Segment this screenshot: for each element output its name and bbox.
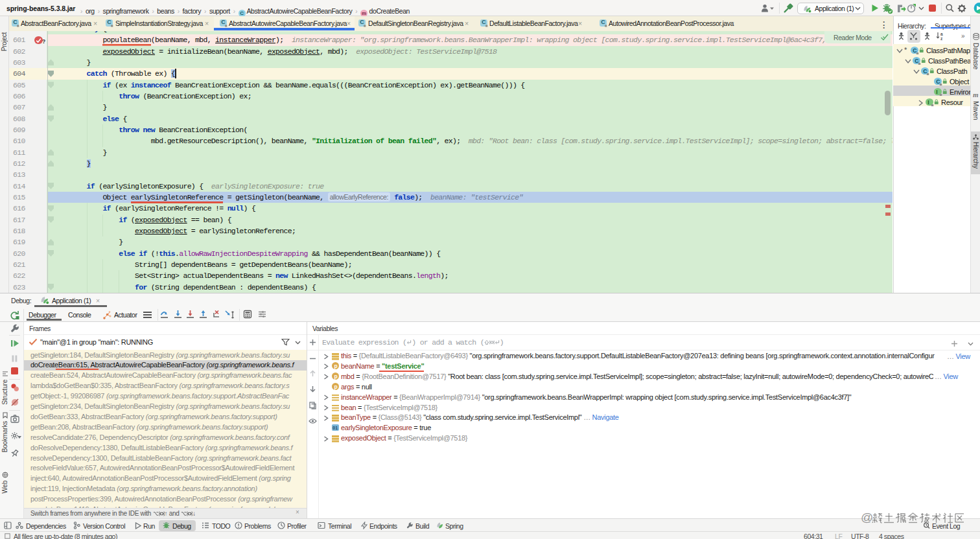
svg-text:z: z [940, 36, 943, 41]
